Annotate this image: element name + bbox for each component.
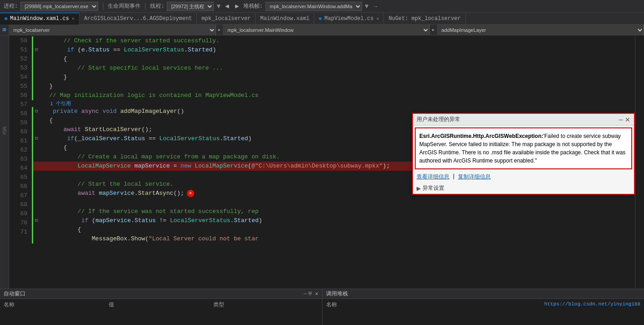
thread-label: 线程:	[150, 2, 164, 10]
panel-pin-btn[interactable]: ─ 平	[304, 291, 313, 297]
process-select[interactable]: [29988] mpk_localserver.exe	[20, 2, 98, 11]
callstack-label: 堆栈帧:	[243, 2, 263, 10]
lifecycle-label: 生命周期事件	[108, 2, 141, 10]
exception-body: Esri.ArcGISRuntime.Http.ArcGISWebExcepti…	[415, 127, 632, 169]
file-icon: ⊞	[0, 26, 9, 33]
col-type: 类型	[213, 301, 318, 309]
editor-container: 代码 50 51 52 53 54 55 56 57 58 59 60 61 6…	[0, 36, 644, 289]
exception-copy-link[interactable]: 复制详细信息	[458, 173, 491, 181]
callstack-url[interactable]: https://blog.csdn.net/yinying188	[544, 301, 640, 307]
tab-mapviewmodel[interactable]: MapViewModel.cs ✕	[314, 13, 384, 25]
code-line-68: // If the service was not started succes…	[32, 207, 635, 216]
code-line-70: {	[32, 225, 635, 234]
code-line-71: MessageBox.Show("Local Server could not …	[32, 234, 635, 244]
callstack-link[interactable]: https://blog.csdn.net/yinying188	[483, 301, 640, 309]
toolbar-nav-btn[interactable]: →	[371, 3, 380, 10]
exception-settings-label: 异常设置	[423, 184, 444, 192]
tab-dot	[319, 17, 322, 20]
code-line-69: ⊟ if (mapService.Status != LocalServerSt…	[32, 216, 635, 225]
callstack-header: 调用堆栈	[322, 289, 644, 299]
code-line-51: ⊟ if (e.Status == LocalServerStatus.Star…	[32, 46, 635, 55]
toolbar-btn2[interactable]: ▶	[233, 2, 241, 10]
auto-window-content: 名称 值 类型	[0, 299, 322, 310]
callstack-arrow: ▼	[365, 3, 368, 10]
line-numbers: 50 51 52 53 54 55 56 57 58 59 60 61 62 6…	[9, 36, 32, 289]
auto-window-header: 自动窗口 ─ 平 ✕	[0, 289, 322, 299]
bottom-panels: 自动窗口 ─ 平 ✕ 名称 值 类型 调用堆栈 名称 https://blog.…	[0, 289, 644, 325]
tab-active-dot	[5, 17, 7, 20]
sec-arrow: ▸	[216, 26, 223, 33]
toolbar-btn1[interactable]: ◀	[223, 2, 231, 10]
collapse-69[interactable]: ⊟	[35, 216, 38, 225]
col-name: 名称	[4, 301, 109, 309]
exception-detail-link[interactable]: 查看详细信息	[417, 173, 449, 181]
collapse-57[interactable]: ⊟	[35, 107, 38, 116]
sep2	[145, 3, 146, 10]
tab-mainwindow-xaml[interactable]: MainWindow.xaml	[256, 13, 314, 25]
code-line-54: }	[32, 73, 635, 82]
gutter-label: 代码	[1, 127, 7, 135]
tab-bar: MainWindow.xaml.cs ✕ ArcGISLocalServ...6…	[0, 13, 644, 25]
sep1	[103, 3, 103, 10]
code-line-53: // Start specific local services here ..…	[32, 64, 635, 73]
tab-close-btn[interactable]: ✕	[72, 16, 75, 21]
exception-minimize-btn[interactable]: ─	[619, 116, 623, 123]
exception-tb-btns: ─ ✕	[619, 116, 630, 123]
code-line-55: }	[32, 82, 635, 91]
col-value: 值	[109, 301, 214, 309]
tab-mpk-localserver[interactable]: mpk_localserver	[197, 13, 256, 25]
tab-label: MainWindow.xaml.cs	[10, 15, 69, 22]
exception-titlebar: 用户未处理的异常 ─ ✕	[413, 114, 634, 126]
bottom-right-panel: 调用堆栈 名称 https://blog.csdn.net/yinying188	[322, 289, 644, 325]
tab-label: ArcGISLocalServ...6.AGSDeployment	[84, 15, 192, 22]
right-gutter	[635, 36, 644, 289]
callstack-select[interactable]: mpk_localserver.MainWindow.addMa	[266, 2, 362, 11]
code-line-56-wrapper: // Map initialization logic is contained…	[32, 91, 635, 107]
code-line-67	[32, 198, 635, 207]
callstack-title: 调用堆栈	[326, 290, 348, 298]
panel-header-btns: ─ 平 ✕	[304, 291, 318, 297]
method-selector[interactable]: mpk_localserver.MainWindow	[223, 25, 430, 36]
bottom-left-panel: 自动窗口 ─ 平 ✕ 名称 值 类型	[0, 289, 322, 325]
panel-close-btn[interactable]: ✕	[315, 291, 318, 297]
left-gutter: 代码	[0, 36, 9, 289]
callstack-content: 名称 https://blog.csdn.net/yinying188	[322, 299, 644, 310]
sec-arrow2: ▸	[430, 26, 437, 33]
callstack-col-name: 名称	[326, 301, 483, 309]
tab-label: NuGet: mpk_localserver	[388, 15, 460, 22]
code-area[interactable]: 50 51 52 53 54 55 56 57 58 59 60 61 62 6…	[9, 36, 644, 289]
exception-popup: 用户未处理的异常 ─ ✕ Esri.ArcGISRuntime.Http.Arc…	[412, 113, 635, 195]
top-toolbar: 进程: [29988] mpk_localserver.exe 生命周期事件 线…	[0, 0, 644, 13]
exception-settings: ▶ 异常设置	[413, 183, 634, 194]
auto-window-title: 自动窗口	[4, 290, 25, 298]
filter-icon: ▼	[216, 3, 220, 10]
method-selector2[interactable]: addMapImageLayer	[437, 25, 644, 36]
collapse-60[interactable]: ⊟	[35, 134, 38, 143]
tab-label: MainWindow.xaml	[260, 15, 309, 22]
code-line-52: {	[32, 55, 635, 64]
ref-count[interactable]: 1 个引用	[32, 100, 635, 107]
tab-mainwindow-xaml-cs[interactable]: MainWindow.xaml.cs ✕	[0, 13, 80, 25]
exception-expand-arrow[interactable]: ▶	[417, 185, 421, 192]
tab-close[interactable]: ✕	[376, 16, 379, 21]
tab-arcgis-local[interactable]: ArcGISLocalServ...6.AGSDeployment	[80, 13, 197, 25]
process-label: 进程:	[4, 2, 18, 10]
tab-label: MapViewModel.cs	[324, 15, 373, 22]
tab-nuget[interactable]: NuGet: mpk_localserver	[384, 13, 465, 25]
exception-close-btn[interactable]: ✕	[625, 116, 630, 123]
thread-select[interactable]: [29972] 主线程	[167, 2, 214, 11]
exception-links: 查看详细信息 | 复制详细信息	[413, 171, 634, 183]
code-content: // Check if the server started successfu…	[32, 36, 635, 289]
code-line-50: // Check if the server started successfu…	[32, 36, 635, 46]
tab-label: mpk_localserver	[201, 15, 251, 22]
file-selector[interactable]: mpk_localserver	[9, 25, 216, 36]
error-icon-66: ✕	[187, 190, 194, 197]
collapse-51[interactable]: ⊟	[35, 46, 38, 55]
exception-title: 用户未处理的异常	[417, 116, 460, 123]
code-line-56: // Map initialization logic is contained…	[32, 91, 635, 100]
secondary-toolbar: ⊞ mpk_localserver ▸ mpk_localserver.Main…	[0, 25, 644, 36]
